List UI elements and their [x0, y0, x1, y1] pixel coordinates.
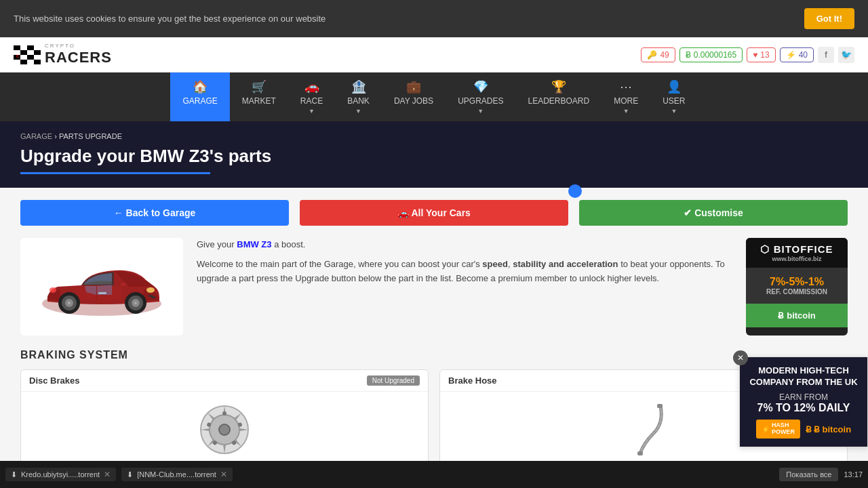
nav-leaderboard[interactable]: 🏆 LEADERBOARD [515, 73, 601, 121]
bank-icon: 🏦 [351, 79, 366, 94]
dayjobs-icon: 💼 [406, 79, 421, 94]
parts-grid: Disc Brakes Not Upgraded [20, 369, 848, 468]
cookie-banner: This website uses cookies to ensure you … [0, 0, 868, 37]
bank-dropdown-icon: ▼ [355, 108, 361, 115]
nav-garage[interactable]: 🏠 GARAGE [170, 73, 229, 121]
back-to-garage-button[interactable]: ← Back to Garage [20, 200, 289, 226]
leaderboard-icon: 🏆 [551, 79, 566, 94]
disc-brakes-status: Not Upgraded [367, 375, 420, 386]
nav-upgrades-label: UPGRADES [458, 96, 503, 106]
svg-point-30 [50, 287, 56, 293]
download-icon-2: ⬇ [127, 470, 133, 479]
download-icon-1: ⬇ [11, 470, 17, 479]
ad-header: ⬡ BITOFFICE www.bitoffice.biz [746, 238, 848, 268]
disc-brakes-header: Disc Brakes Not Upgraded [21, 370, 428, 392]
nav-leaderboard-label: LEADERBOARD [528, 96, 589, 106]
svg-point-24 [134, 302, 137, 304]
svg-rect-4 [34, 45, 41, 50]
ad-logo: ⬡ BITOFFICE [749, 243, 845, 256]
svg-rect-16 [34, 60, 41, 64]
nav-market[interactable]: 🛒 MARKET [230, 73, 288, 121]
breadcrumb-separator: › [54, 132, 59, 140]
bitcoin-ad-label: Ƀ bitcoin [814, 424, 851, 434]
stat-hearts: ♥ 13 [747, 47, 775, 62]
svg-rect-3 [27, 45, 34, 50]
nav-user[interactable]: 👤 USER ▼ [650, 73, 697, 121]
car-desc-body: Welcome to the main part of the Garage, … [197, 258, 732, 286]
earn-range: 7% TO 12% DAILY [757, 402, 850, 413]
breadcrumb-garage[interactable]: GARAGE [20, 132, 52, 140]
svg-rect-10 [20, 55, 27, 60]
svg-rect-11 [27, 55, 34, 60]
bitcoin-icon: Ƀ [686, 50, 691, 60]
heart-icon: ♥ [753, 50, 757, 60]
more-icon: ⋯ [620, 79, 632, 94]
car-section: Give your BMW Z3 a boost. Welcome to the… [20, 238, 848, 336]
show-all-button[interactable]: Показать все [779, 468, 838, 481]
nav-garage-label: GARAGE [182, 96, 217, 106]
header-stats: 🔑 49 Ƀ 0.00000165 ♥ 13 ⚡ 40 f 🐦 [641, 47, 854, 63]
floating-ad-content: MODERN HIGH-TECHCOMPANY FROM THE UK EARN… [740, 357, 867, 447]
download-close-1[interactable]: ✕ [104, 470, 111, 479]
earn-label: EARN FROM [779, 392, 828, 402]
hash-power-logo: ⚡ HASHPOWER [756, 420, 800, 439]
cookie-accept-button[interactable]: Got It! [804, 8, 854, 29]
breadcrumb: GARAGE › PARTS UPGRADE [20, 132, 848, 140]
car-name: BMW Z3 [237, 239, 271, 249]
braking-system-title: BRAKING SYSTEM [20, 349, 848, 361]
svg-text:C: C [16, 54, 20, 58]
cookie-text: This website uses cookies to ensure you … [14, 14, 326, 24]
ad-bitcoin-button[interactable]: Ƀ bitcoin [746, 304, 848, 327]
svg-rect-31 [121, 283, 126, 286]
logo-text: RACERS [45, 49, 112, 66]
race-icon: 🚗 [304, 79, 319, 94]
stat-keys: 🔑 49 [641, 47, 675, 62]
taskbar: ⬇ Kredo.ubiytsyi.....torrent ✕ ⬇ [NNM-Cl… [0, 461, 868, 482]
breadcrumb-current: PARTS UPGRADE [59, 132, 122, 140]
stat-currency: Ƀ 0.00000165 [679, 47, 743, 62]
currency-value: 0.00000165 [694, 50, 736, 60]
nav-race-label: RACE [300, 96, 323, 106]
taskbar-right: Показать все 13:17 [779, 468, 863, 481]
floating-ad-earn: EARN FROM 7% TO 12% DAILY [748, 392, 859, 414]
download-item-1[interactable]: ⬇ Kredo.ubiytsyi.....torrent ✕ [5, 468, 116, 481]
nav-bank[interactable]: 🏦 BANK ▼ [335, 73, 382, 121]
disc-brakes-name: Disc Brakes [29, 375, 79, 386]
customise-button[interactable]: ✔ Customise [579, 200, 848, 226]
nav-race[interactable]: 🚗 RACE ▼ [288, 73, 335, 121]
disc-brakes-card: Disc Brakes Not Upgraded [20, 369, 429, 468]
svg-rect-14 [20, 60, 27, 64]
download-name-1: Kredo.ubiytsyi.....torrent [21, 470, 100, 479]
nav-upgrades[interactable]: 💎 UPGRADES ▼ [446, 73, 515, 121]
svg-point-28 [68, 302, 71, 304]
svg-rect-6 [20, 50, 27, 55]
download-close-2[interactable]: ✕ [220, 470, 227, 479]
all-your-cars-button[interactable]: 🚗 All Your Cars [300, 200, 568, 226]
svg-rect-40 [657, 404, 663, 408]
logo: C CRYPTO RACERS [14, 43, 112, 66]
keys-value: 49 [660, 50, 669, 60]
twitter-icon[interactable]: 🐦 [838, 47, 854, 63]
ad-commission-value: 7%-5%-1% [749, 276, 845, 288]
user-dropdown-icon: ▼ [671, 108, 677, 115]
nav-dayjobs[interactable]: 💼 DAY JOBS [382, 73, 446, 121]
stat-bolts: ⚡ 40 [780, 47, 814, 62]
parts-section: BRAKING SYSTEM Disc Brakes Not Upgraded [20, 349, 848, 468]
logo-flag-icon: C [14, 45, 41, 64]
facebook-icon[interactable]: f [818, 47, 834, 63]
car-description: Give your BMW Z3 a boost. Welcome to the… [197, 238, 732, 336]
svg-point-34 [219, 424, 230, 435]
svg-rect-13 [14, 60, 20, 64]
svg-rect-1 [14, 45, 20, 50]
key-icon: 🔑 [647, 50, 657, 60]
taskbar-time: 13:17 [844, 470, 863, 479]
svg-rect-41 [637, 451, 643, 455]
ad-commission-label: REF. COMMISSION [749, 288, 845, 296]
car-desc-after: a boost. [272, 239, 306, 249]
car-desc-intro: Give your [197, 239, 237, 249]
download-item-2[interactable]: ⬇ [NNM-Club.me....torrent ✕ [121, 468, 233, 481]
content-left: Give your BMW Z3 a boost. Welcome to the… [20, 238, 848, 468]
action-buttons: ← Back to Garage 🚗 All Your Cars ✔ Custo… [0, 188, 868, 238]
nav-more[interactable]: ⋯ MORE ▼ [601, 73, 650, 121]
nav-bank-label: BANK [347, 96, 370, 106]
